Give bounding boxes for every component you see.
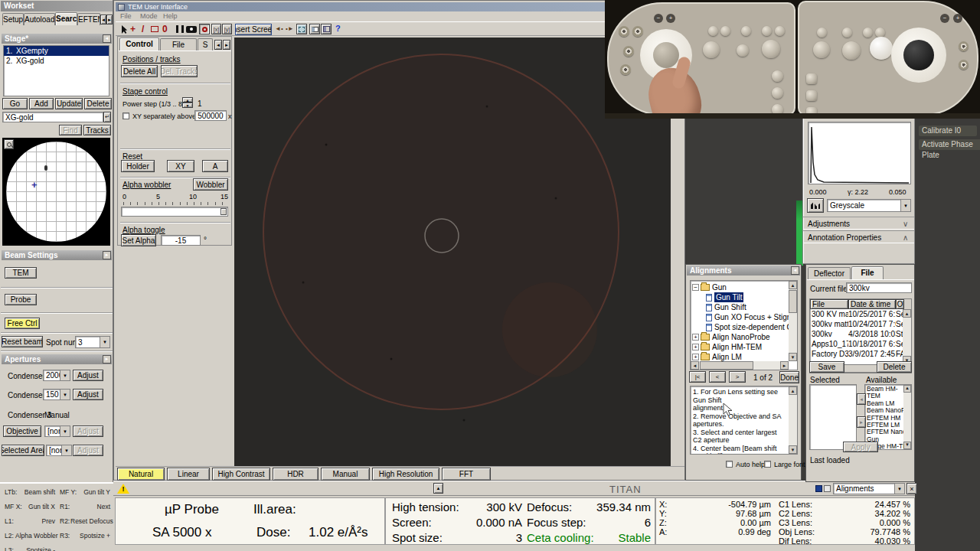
camera-icon[interactable] — [186, 26, 197, 33]
next-view-icon[interactable]: •► — [286, 25, 294, 32]
table-vscrollbar[interactable]: ▲ ▼ — [903, 309, 911, 364]
reset-beam-button[interactable]: Reset beam — [2, 336, 43, 347]
filter-fft[interactable]: FFT — [442, 468, 491, 481]
find-button[interactable]: Find — [59, 125, 82, 135]
tree-vscrollbar[interactable]: ▲ ▼ — [789, 281, 797, 361]
subtabs-scroll-left[interactable]: ◄ — [214, 40, 222, 50]
col-header-file[interactable]: File — [810, 299, 848, 309]
save-file-button[interactable]: Save — [809, 361, 844, 373]
dropdown-icon[interactable]: ▼ — [100, 337, 109, 347]
panel-knob[interactable] — [741, 26, 751, 36]
list-item[interactable]: 1.XGempty — [4, 46, 109, 56]
chevron-down-icon[interactable]: ∨ — [903, 220, 908, 228]
scroll-left-icon[interactable]: ◄ — [691, 361, 699, 370]
minus-button[interactable]: − — [940, 14, 949, 23]
bracket-y-button[interactable]: [y] — [222, 24, 232, 34]
file-row[interactable]: 300kv matthijn10/24/2017 7:07Se — [810, 319, 911, 329]
move-right-button[interactable]: ► — [857, 416, 866, 428]
expand-node-icon[interactable]: + — [692, 334, 699, 341]
filter-natural[interactable]: Natural — [117, 468, 165, 481]
insert-screen-button[interactable]: Insert Screen — [235, 24, 272, 35]
nav-next-button[interactable]: > — [729, 371, 746, 383]
instructions-box[interactable]: 1. For Gun Lens setting see Gun Shift al… — [690, 386, 798, 455]
col-header-date[interactable]: Date & time — [848, 299, 896, 309]
tab-file[interactable]: File — [160, 38, 197, 51]
reset-a-button[interactable]: A — [202, 160, 228, 172]
filter-high-contrast[interactable]: High Contrast — [212, 468, 270, 481]
display-mode-select[interactable]: Greyscale▼ — [827, 199, 911, 212]
power-step-spinner[interactable]: ▲ ▼ — [182, 97, 193, 109]
panel-button[interactable] — [772, 70, 783, 82]
panel-knob[interactable] — [620, 64, 631, 75]
magnification-knob[interactable] — [842, 41, 861, 60]
tab-setup[interactable]: Setup — [2, 13, 24, 25]
tab-search[interactable]: Search — [55, 12, 77, 25]
chevron-up-icon[interactable]: ∧ — [903, 233, 908, 242]
file-row[interactable]: Apps10_1710/18/2017 6:30Se — [810, 339, 911, 349]
spinner-up-icon[interactable]: ▲ — [182, 97, 193, 103]
apply-button[interactable]: Apply — [843, 442, 878, 452]
file-row[interactable]: Factory D36...3/9/2017 2:45FA — [810, 349, 911, 359]
selected-area-adjust-button[interactable]: Adjust — [73, 445, 103, 456]
tab-s[interactable]: S — [198, 38, 213, 51]
record-button[interactable] — [199, 24, 210, 34]
slider-thumb[interactable] — [220, 208, 227, 215]
available-list[interactable]: Beam HM-TEM Beam LM Beam NanoPr EFTEM HM… — [864, 384, 912, 450]
panel-knob[interactable] — [959, 60, 969, 70]
r-button[interactable] — [806, 90, 817, 101]
tree-item[interactable]: Gun XO Focus + Stigmate — [692, 312, 788, 322]
filter-hdr[interactable]: HDR — [273, 468, 318, 481]
dropdown-icon[interactable]: ▼ — [900, 200, 910, 211]
r-button[interactable] — [806, 73, 817, 84]
panel-button[interactable] — [772, 87, 783, 99]
scroll-up-icon[interactable]: ▲ — [789, 281, 797, 289]
delete-tracks-button[interactable]: Del. Tracks — [161, 65, 198, 77]
condenser2-adjust-button[interactable]: Adjust — [73, 389, 103, 400]
multifunction-y-knob[interactable] — [813, 41, 830, 58]
stage-map[interactable]: + ▼ — [2, 138, 110, 246]
panel-knob[interactable] — [737, 44, 749, 57]
tabs-scroll-right[interactable]: ► — [106, 15, 113, 24]
tree-item[interactable]: +Align HM-TEM — [692, 342, 788, 352]
scroll-up-button[interactable]: ▲ — [433, 483, 443, 494]
file-row[interactable]: 300kv4/3/2018 10:03St — [810, 329, 911, 339]
plus-button[interactable]: + — [666, 14, 675, 23]
selected-area-select[interactable]: [none]▼ — [46, 445, 72, 456]
tab-eftem[interactable]: EFTEM — [77, 13, 100, 25]
panel-knob[interactable] — [623, 46, 634, 57]
panel-knob[interactable] — [762, 26, 772, 36]
window-select-icon[interactable] — [815, 485, 822, 492]
stage-position-list[interactable]: 1.XGempty 2.XG-gold — [3, 45, 109, 96]
enter-name-button[interactable]: ↵ — [103, 112, 111, 122]
tabs-scroll-left[interactable]: ◄ — [100, 15, 106, 24]
expand-node-icon[interactable]: + — [692, 344, 699, 350]
add-marker-tool-icon[interactable]: + — [130, 24, 136, 34]
cursor-tool-icon[interactable] — [122, 25, 129, 34]
collapse-left-icon[interactable]: ◄ — [791, 266, 799, 275]
go-button[interactable]: Go — [2, 98, 28, 109]
expand-node-icon[interactable]: + — [692, 354, 699, 360]
done-button[interactable]: Done — [779, 371, 799, 383]
nav-first-button[interactable]: |< — [689, 371, 706, 383]
objective-adjust-button[interactable]: Adjust — [73, 425, 103, 437]
dropdown-icon[interactable]: ▼ — [61, 445, 71, 455]
tab-autoloader[interactable]: Autoloader — [24, 13, 55, 25]
delete-button[interactable]: Delete — [84, 98, 112, 109]
dropdown-icon[interactable]: ▼ — [894, 484, 904, 494]
reset-holder-button[interactable]: Holder — [121, 160, 155, 172]
subtabs-scroll-right[interactable]: ► — [223, 40, 230, 50]
condenser2-select[interactable]: 150▼ — [43, 389, 70, 400]
warning-icon[interactable]: ! — [117, 484, 129, 494]
adjustments-section[interactable]: Adjustments ∨ — [803, 217, 914, 230]
panel-knob[interactable] — [632, 26, 643, 37]
objective-select[interactable]: [none]▼ — [44, 425, 70, 437]
dropdown-icon[interactable]: ▼ — [60, 370, 70, 380]
probe-mode-button[interactable]: Probe — [5, 294, 37, 305]
tree-item[interactable]: +Align NanoProbe — [692, 332, 788, 342]
selected-list[interactable] — [809, 384, 857, 450]
col-header-o[interactable]: O — [896, 299, 904, 309]
panel-knob[interactable] — [842, 28, 852, 37]
tree-hscrollbar[interactable]: ◄ ► — [691, 361, 789, 370]
instructions-scrollbar[interactable]: ▲ ▼ — [789, 386, 797, 454]
menu-file[interactable]: File — [120, 12, 132, 20]
